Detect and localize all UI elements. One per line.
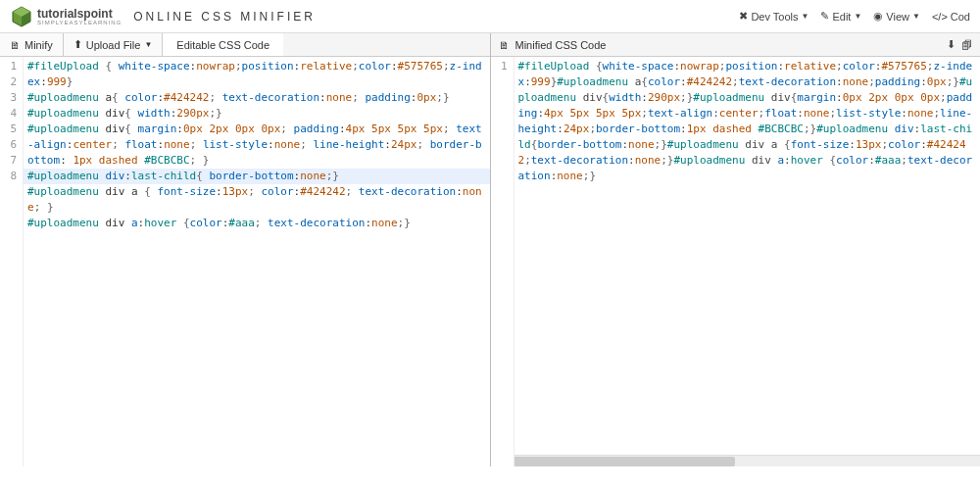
copy-icon[interactable]: 🗐 bbox=[961, 39, 972, 51]
left-panel: 🗎 Minify ⬆ Upload File ▼ Editable CSS Co… bbox=[0, 33, 491, 466]
logo-text: tutorialspoint SIMPLYEASYLEARNING bbox=[37, 8, 122, 25]
devtools-button[interactable]: ✖ Dev Tools ▼ bbox=[739, 10, 808, 23]
edit-icon: ✎ bbox=[820, 10, 829, 23]
chevron-down-icon: ▼ bbox=[912, 12, 920, 21]
tools-icon: ✖ bbox=[739, 10, 748, 23]
right-editor[interactable]: 1 #fileUpload {white-space:nowrap;positi… bbox=[491, 57, 981, 466]
upload-button[interactable]: ⬆ Upload File ▼ bbox=[64, 33, 164, 56]
view-button[interactable]: ◉ View ▼ bbox=[873, 10, 920, 23]
left-editor[interactable]: 12345678 #fileUpload { white-space:nowra… bbox=[0, 57, 490, 466]
header-right: ✖ Dev Tools ▼ ✎ Edit ▼ ◉ View ▼ </> Cod bbox=[739, 10, 970, 23]
panels: 🗎 Minify ⬆ Upload File ▼ Editable CSS Co… bbox=[0, 33, 980, 466]
right-head: 🗎 Minified CSS Code ⬇ 🗐 bbox=[491, 33, 981, 57]
editable-tab[interactable]: Editable CSS Code bbox=[163, 33, 283, 56]
left-gutter: 12345678 bbox=[0, 57, 24, 466]
upload-label: Upload File bbox=[86, 39, 141, 51]
eye-icon: ◉ bbox=[873, 10, 883, 23]
devtools-label: Dev Tools bbox=[751, 11, 798, 23]
upload-icon: ⬆ bbox=[74, 38, 82, 51]
code-label: Cod bbox=[951, 11, 970, 23]
logo-icon bbox=[10, 5, 33, 28]
chevron-down-icon: ▼ bbox=[854, 12, 861, 21]
right-gutter: 1 bbox=[491, 57, 514, 466]
page-title: ONLINE CSS MINIFIER bbox=[133, 10, 316, 24]
chevron-down-icon: ▼ bbox=[144, 40, 152, 49]
logo-sub: SIMPLYEASYLEARNING bbox=[37, 20, 122, 25]
tab-label: Editable CSS Code bbox=[176, 39, 270, 51]
minify-label: Minify bbox=[24, 39, 53, 51]
download-icon[interactable]: ⬇ bbox=[947, 38, 956, 51]
logo[interactable]: tutorialspoint SIMPLYEASYLEARNING bbox=[10, 5, 122, 28]
header: tutorialspoint SIMPLYEASYLEARNING ONLINE… bbox=[0, 0, 980, 33]
code-icon: </> bbox=[932, 11, 948, 23]
edit-label: Edit bbox=[832, 11, 851, 23]
view-label: View bbox=[886, 11, 909, 23]
logo-main: tutorialspoint bbox=[37, 8, 122, 20]
left-code[interactable]: #fileUpload { white-space:nowrap;positio… bbox=[24, 57, 490, 466]
left-toolbar: 🗎 Minify ⬆ Upload File ▼ Editable CSS Co… bbox=[0, 33, 490, 57]
doc-icon: 🗎 bbox=[499, 39, 510, 51]
edit-button[interactable]: ✎ Edit ▼ bbox=[820, 10, 861, 23]
doc-icon: 🗎 bbox=[10, 39, 21, 51]
minify-button[interactable]: 🗎 Minify bbox=[0, 33, 64, 56]
right-title: Minified CSS Code bbox=[515, 39, 607, 51]
right-code: #fileUpload {white-space:nowrap;position… bbox=[514, 57, 981, 466]
chevron-down-icon: ▼ bbox=[802, 12, 809, 21]
code-button[interactable]: </> Cod bbox=[932, 11, 970, 23]
right-panel: 🗎 Minified CSS Code ⬇ 🗐 1 #fileUpload {w… bbox=[491, 33, 981, 466]
